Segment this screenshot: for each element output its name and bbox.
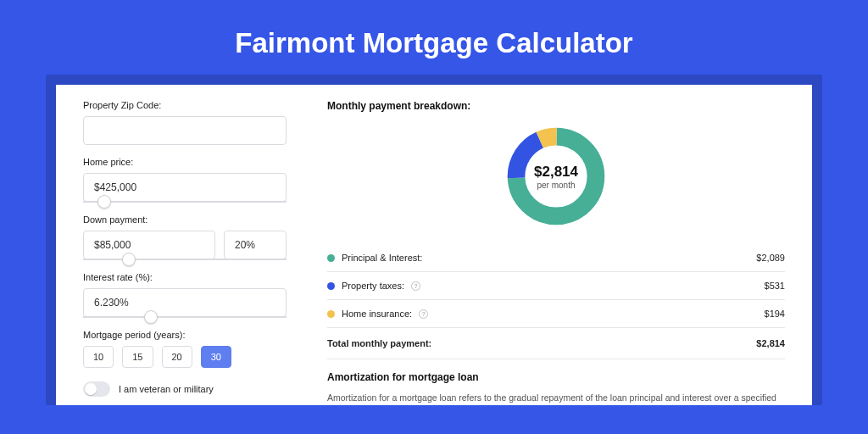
breakdown-title: Monthly payment breakdown: [327, 100, 785, 112]
amortization-text: Amortization for a mortgage loan refers … [327, 392, 785, 405]
total-label: Total monthly payment: [327, 338, 431, 348]
page-title: Fairmont Mortgage Calculator [0, 0, 868, 75]
line-property-taxes: Property taxes: ? $531 [327, 272, 785, 299]
veteran-toggle[interactable] [83, 381, 110, 397]
interest-label: Interest rate (%): [83, 272, 287, 282]
amortization-title: Amortization for mortgage loan [327, 371, 785, 383]
home-price-slider[interactable] [83, 201, 287, 203]
zip-label: Property Zip Code: [83, 100, 287, 110]
home-price-label: Home price: [83, 157, 287, 167]
line-principal-interest: Principal & Interest: $2,089 [327, 244, 785, 271]
field-interest: Interest rate (%): [83, 272, 287, 318]
donut-wrap: $2,814 per month [327, 124, 785, 229]
info-icon[interactable]: ? [411, 281, 420, 291]
breakdown-column: Monthly payment breakdown: $2,814 per mo… [327, 100, 785, 405]
line-total: Total monthly payment: $2,814 [327, 328, 785, 359]
divider [327, 359, 785, 359]
slider-handle[interactable] [122, 253, 136, 266]
slider-handle[interactable] [97, 195, 111, 209]
down-payment-slider[interactable] [83, 259, 287, 260]
period-option-20[interactable]: 20 [162, 346, 192, 368]
period-option-30[interactable]: 30 [201, 346, 231, 368]
donut-center: $2,814 per month [504, 124, 609, 229]
down-payment-label: Down payment: [83, 214, 287, 225]
legend-dot-icon [327, 282, 335, 290]
home-price-input[interactable] [83, 173, 287, 202]
period-option-15[interactable]: 15 [122, 346, 153, 368]
period-option-10[interactable]: 10 [83, 346, 114, 368]
line-amount: $2,089 [756, 253, 785, 263]
line-label: Principal & Interest: [342, 253, 422, 263]
interest-input[interactable] [83, 288, 287, 317]
donut-sub: per month [537, 181, 575, 190]
line-home-insurance: Home insurance: ? $194 [327, 300, 785, 327]
period-options: 10 15 20 30 [83, 346, 287, 368]
down-payment-input[interactable] [83, 231, 215, 259]
card-backdrop: Property Zip Code: Home price: Down paym… [46, 75, 822, 405]
veteran-row: I am veteran or military [83, 381, 287, 397]
field-zip: Property Zip Code: [83, 100, 287, 145]
line-amount: $531 [765, 281, 785, 291]
info-icon[interactable]: ? [419, 309, 428, 319]
slider-handle[interactable] [144, 310, 158, 324]
payment-donut-chart: $2,814 per month [504, 124, 609, 229]
total-amount: $2,814 [756, 338, 785, 348]
donut-amount: $2,814 [534, 164, 578, 181]
toggle-knob [85, 383, 97, 395]
field-period: Mortgage period (years): 10 15 20 30 [83, 330, 287, 368]
field-home-price: Home price: [83, 157, 287, 203]
line-amount: $194 [765, 309, 785, 319]
form-column: Property Zip Code: Home price: Down paym… [83, 100, 287, 405]
period-label: Mortgage period (years): [83, 330, 287, 340]
interest-slider[interactable] [83, 316, 287, 318]
line-label: Property taxes: [342, 281, 404, 291]
down-payment-pct-input[interactable] [224, 231, 287, 259]
veteran-label: I am veteran or military [119, 384, 214, 394]
line-label: Home insurance: [342, 309, 412, 319]
calculator-card: Property Zip Code: Home price: Down paym… [56, 85, 812, 405]
zip-input[interactable] [83, 116, 287, 145]
legend-dot-icon [327, 254, 335, 262]
field-down-payment: Down payment: [83, 214, 287, 260]
legend-dot-icon [327, 310, 335, 318]
